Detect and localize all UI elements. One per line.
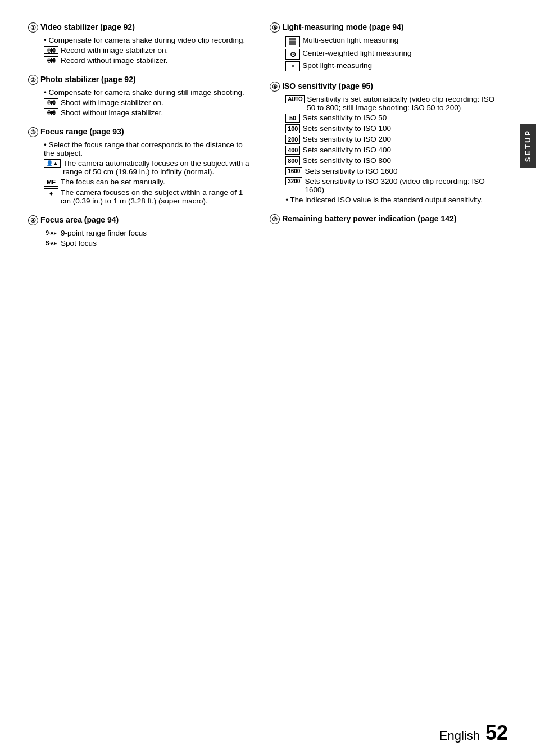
right-column: ⑤ Light-measuring mode (page 94) xyxy=(264,22,500,734)
section-title-6: ISO sensitivity (page 95) xyxy=(282,82,373,90)
video-stabilizer-off-icon: ((ψ)) xyxy=(44,56,58,64)
setup-sidebar-tab: SETUP xyxy=(520,124,536,168)
icon-item-focus-macro: ♦ The camera focuses on the subject with… xyxy=(44,188,253,205)
spot-svg xyxy=(289,62,297,70)
focus-auto-icon: 👤▲ xyxy=(44,159,61,168)
icon-item-iso-400: 400 Sets sensitivity to ISO 400 xyxy=(285,146,500,155)
iso-200-icon: 200 xyxy=(285,135,300,144)
svg-rect-1 xyxy=(292,38,294,40)
section-light-measuring: ⑤ Light-measuring mode (page 94) xyxy=(270,22,500,71)
iso-100-icon: 100 xyxy=(285,124,300,133)
icon-item-iso-auto: AUTO Sensitivity is set automatically (v… xyxy=(285,95,500,112)
bullet-focus-1: • Select the focus range that correspond… xyxy=(44,141,253,157)
section-num-1: ① xyxy=(28,22,38,33)
section-video-stabilizer: ① Video stabilizer (page 92) • Compensat… xyxy=(28,22,253,65)
section-num-4: ④ xyxy=(28,215,38,225)
focus-mf-icon: MF xyxy=(44,178,58,187)
svg-rect-9 xyxy=(292,65,294,67)
icon-item-center-light: ⊙ Center-weighted light measuring xyxy=(285,49,500,60)
section-photo-stabilizer: ② Photo stabilizer (page 92) • Compensat… xyxy=(28,75,253,117)
section-title-5: Light-measuring mode (page 94) xyxy=(282,22,403,31)
svg-rect-7 xyxy=(292,43,294,45)
page-footer: English 52 xyxy=(439,721,508,745)
icon-item-spot-light: Spot light-measuring xyxy=(285,61,500,71)
icon-item-video-off: ((ψ)) Record without image stabilizer. xyxy=(44,56,253,65)
focus-saf-icon: S·AF xyxy=(44,239,58,247)
icon-item-iso-50: 50 Sets sensitivity to ISO 50 xyxy=(285,114,500,123)
icon-item-video-on: ((ψ)) Record with image stabilizer on. xyxy=(44,46,253,55)
svg-rect-6 xyxy=(289,43,292,45)
icon-item-iso-800: 800 Sets sensitivity to ISO 800 xyxy=(285,156,500,165)
footer-english-label: English xyxy=(439,728,480,743)
section-focus-range: ③ Focus range (page 93) • Select the foc… xyxy=(28,127,253,205)
section-num-7: ⑦ xyxy=(270,214,280,224)
svg-rect-4 xyxy=(292,41,294,43)
center-weighted-light-icon: ⊙ xyxy=(285,49,300,60)
section-title-1: Video stabilizer (page 92) xyxy=(40,22,135,31)
iso-800-icon: 800 xyxy=(285,156,300,165)
multi-section-light-icon xyxy=(285,36,300,47)
icon-item-iso-1600: 1600 Sets sensitivity to ISO 1600 xyxy=(285,167,500,175)
svg-rect-8 xyxy=(294,43,296,45)
icon-item-photo-on: ((ψ)) Shoot with image stabilizer on. xyxy=(44,98,253,107)
iso-400-icon: 400 xyxy=(285,146,300,155)
icon-item-saf: S·AF Spot focus xyxy=(44,239,253,247)
svg-rect-2 xyxy=(294,38,296,40)
icon-item-9af: 9·AF 9-point range finder focus xyxy=(44,229,253,237)
icon-item-focus-auto: 👤▲ The camera automatically focuses on t… xyxy=(44,159,253,176)
iso-50-icon: 50 xyxy=(285,114,300,123)
section-num-3: ③ xyxy=(28,127,38,137)
bullet-iso-note: • The indicated ISO value is the standar… xyxy=(285,196,500,204)
svg-rect-0 xyxy=(289,38,292,40)
icon-item-iso-3200: 3200 Sets sensitivity to ISO 3200 (video… xyxy=(285,177,500,194)
icon-item-focus-mf: MF The focus can be set manually. xyxy=(44,178,253,187)
bullet-video-1: • Compensate for camera shake during vid… xyxy=(44,36,253,44)
section-iso-sensitivity: ⑥ ISO sensitivity (page 95) AUTO Sensiti… xyxy=(270,82,500,204)
section-title-4: Focus area (page 94) xyxy=(40,215,119,224)
focus-9af-icon: 9·AF xyxy=(44,229,58,237)
left-column: ① Video stabilizer (page 92) • Compensat… xyxy=(28,22,264,734)
grid-svg xyxy=(289,38,297,46)
page: ① Video stabilizer (page 92) • Compensat… xyxy=(0,0,536,756)
section-focus-area: ④ Focus area (page 94) 9·AF 9-point rang… xyxy=(28,215,253,247)
section-title-7: Remaining battery power indication (page… xyxy=(282,214,456,223)
section-num-6: ⑥ xyxy=(270,82,280,92)
video-stabilizer-on-icon: ((ψ)) xyxy=(44,46,58,54)
icon-item-multi-light: Multi-section light measuring xyxy=(285,36,500,47)
photo-stabilizer-on-icon: ((ψ)) xyxy=(44,98,58,106)
icon-item-photo-off: ((ψ)) Shoot without image stabilizer. xyxy=(44,108,253,117)
section-title-3: Focus range (page 93) xyxy=(40,127,124,136)
spot-light-icon xyxy=(285,61,300,71)
svg-rect-5 xyxy=(294,41,296,43)
section-num-2: ② xyxy=(28,75,38,85)
photo-stabilizer-off-icon: ((ψ)) xyxy=(44,108,58,116)
iso-3200-icon: 3200 xyxy=(285,177,302,185)
footer-page-number: 52 xyxy=(485,721,508,745)
section-num-5: ⑤ xyxy=(270,22,280,33)
svg-rect-3 xyxy=(289,41,292,43)
bullet-photo-1: • Compensate for camera shake during sti… xyxy=(44,88,253,97)
section-title-2: Photo stabilizer (page 92) xyxy=(40,75,136,84)
main-content: ① Video stabilizer (page 92) • Compensat… xyxy=(0,0,517,756)
icon-item-iso-100: 100 Sets sensitivity to ISO 100 xyxy=(285,124,500,133)
iso-auto-icon: AUTO xyxy=(285,95,305,103)
icon-item-iso-200: 200 Sets sensitivity to ISO 200 xyxy=(285,135,500,144)
focus-macro-icon: ♦ xyxy=(44,188,58,198)
iso-1600-icon: 1600 xyxy=(285,167,302,175)
section-battery: ⑦ Remaining battery power indication (pa… xyxy=(270,214,500,225)
